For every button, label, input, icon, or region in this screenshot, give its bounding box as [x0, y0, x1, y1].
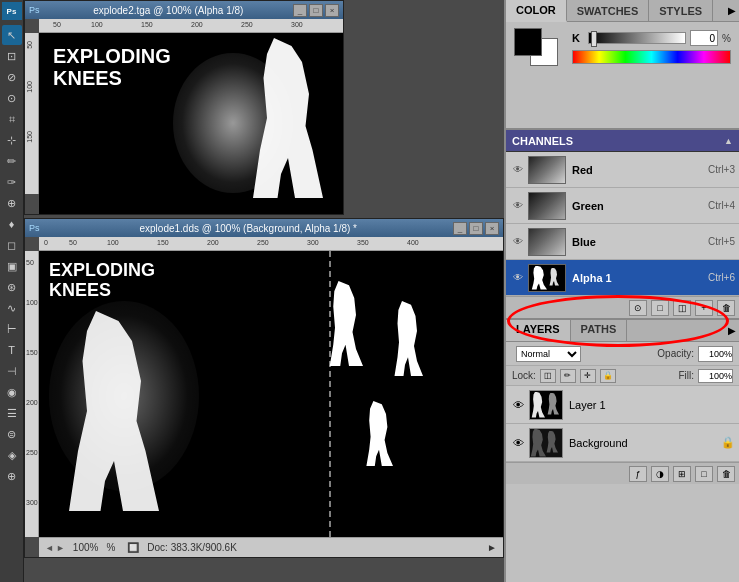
lock-all-btn[interactable]: 🔒 — [600, 369, 616, 383]
lock-pixels-btn[interactable]: ✏ — [560, 369, 576, 383]
tab-styles[interactable]: STYLES — [649, 0, 713, 21]
nav-arrow-right[interactable]: ► — [487, 542, 497, 553]
tool-type[interactable]: T — [2, 340, 22, 360]
layer-row-layer1[interactable]: 👁 Layer 1 — [506, 386, 739, 424]
channel-load-selection-btn[interactable]: ◫ — [673, 300, 691, 316]
tool-blur[interactable]: ⊛ — [2, 277, 22, 297]
tab-paths[interactable]: PATHS — [571, 320, 628, 341]
titlebar-ps-icon2: Ps — [29, 223, 40, 233]
channel-eye-red[interactable]: 👁 — [510, 162, 526, 178]
tool-history[interactable]: ♦ — [2, 214, 22, 234]
color-content: K % — [506, 22, 739, 74]
tool-hand[interactable]: ◈ — [2, 445, 22, 465]
tool-pen[interactable]: ⊢ — [2, 319, 22, 339]
fill-input[interactable] — [698, 369, 733, 383]
lock-position-btn[interactable]: ✛ — [580, 369, 596, 383]
layer-eye-background[interactable]: 👁 — [510, 435, 526, 451]
channel-thumb-blue — [528, 228, 566, 256]
channels-panel: CHANNELS ▲ 👁 Red Ctrl+3 👁 Green Ctrl+4 👁 — [506, 130, 739, 320]
lock-label: Lock: — [512, 370, 536, 381]
color-spectrum-bar[interactable] — [572, 50, 731, 64]
titlebar-buttons-top: _ □ × — [293, 4, 339, 17]
opacity-label: Opacity: — [657, 348, 694, 359]
color-panel-menu-btn[interactable]: ▶ — [725, 0, 739, 21]
ruler-horizontal-top: 50 100 150 200 250 300 — [39, 19, 343, 33]
lock-transparent-btn[interactable]: ◫ — [540, 369, 556, 383]
tool-slice[interactable]: ⊹ — [2, 130, 22, 150]
zoom-percent: 100% — [73, 542, 99, 553]
channel-shortcut-blue: Ctrl+5 — [708, 236, 735, 247]
ruler-horizontal-bottom: 0 50 100 150 200 250 300 350 400 — [39, 237, 503, 251]
blend-mode-select[interactable]: Normal — [516, 346, 581, 362]
tool-path[interactable]: ⊣ — [2, 361, 22, 381]
color-panel: COLOR SWATCHES STYLES ▶ K — [506, 0, 739, 130]
color-slider-row-k: K % — [572, 30, 731, 46]
tool-move[interactable]: ↖ — [2, 25, 22, 45]
restore-btn-top[interactable]: □ — [309, 4, 323, 17]
tool-crop[interactable]: ⌗ — [2, 109, 22, 129]
restore-btn-bottom[interactable]: □ — [469, 222, 483, 235]
tool-clone[interactable]: ⊕ — [2, 193, 22, 213]
channel-save-selection-btn[interactable]: □ — [651, 300, 669, 316]
close-btn-bottom[interactable]: × — [485, 222, 499, 235]
layer-mask-btn[interactable]: ◑ — [651, 466, 669, 482]
tool-eyedropper[interactable]: ⊜ — [2, 424, 22, 444]
channel-new-btn[interactable]: + — [695, 300, 713, 316]
titlebar-ps-icon: Ps — [29, 5, 40, 15]
channel-eye-alpha1[interactable]: 👁 — [510, 270, 526, 286]
color-k-slider-thumb[interactable] — [591, 31, 597, 47]
tool-magic-wand[interactable]: ⊙ — [2, 88, 22, 108]
tool-dodge[interactable]: ∿ — [2, 298, 22, 318]
tool-marquee[interactable]: ⊡ — [2, 46, 22, 66]
channel-row-alpha1[interactable]: 👁 Alpha 1 Ctrl+6 — [506, 260, 739, 296]
tool-eraser[interactable]: ◻ — [2, 235, 22, 255]
tab-color[interactable]: COLOR — [506, 0, 567, 22]
channel-row-red[interactable]: 👁 Red Ctrl+3 — [506, 152, 739, 188]
opacity-input[interactable] — [698, 346, 733, 362]
zoom-arrows[interactable]: ◄► — [45, 543, 65, 553]
channel-dotted-circle-btn[interactable]: ⊙ — [629, 300, 647, 316]
tool-brush[interactable]: ✑ — [2, 172, 22, 192]
layer-eye-layer1[interactable]: 👁 — [510, 397, 526, 413]
layers-panel-menu-btn[interactable]: ▶ — [725, 320, 739, 341]
layer-row-background[interactable]: 👁 Background 🔒 — [506, 424, 739, 462]
fill-label: Fill: — [678, 370, 694, 381]
tool-notes[interactable]: ☰ — [2, 403, 22, 423]
titlebar-buttons-bottom: _ □ × — [453, 222, 499, 235]
minimize-btn-bottom[interactable]: _ — [453, 222, 467, 235]
channel-row-green[interactable]: 👁 Green Ctrl+4 — [506, 188, 739, 224]
color-swatches-fg-bg[interactable] — [514, 28, 564, 68]
layer-delete-btn[interactable]: 🗑 — [717, 466, 735, 482]
channels-scroll-up[interactable]: ▲ — [724, 136, 733, 146]
color-percent-sign: % — [722, 33, 731, 44]
ps-icon-statusbar: 🔲 — [127, 542, 139, 553]
titlebar-explode2[interactable]: Ps explode2.tga @ 100% (Alpha 1/8) _ □ × — [25, 1, 343, 19]
canvas-title-top: EXPLODING KNEES — [53, 45, 171, 89]
color-k-slider[interactable] — [588, 32, 686, 44]
layer-group-btn[interactable]: ⊞ — [673, 466, 691, 482]
channel-eye-green[interactable]: 👁 — [510, 198, 526, 214]
canvas-text-line2-bottom: KNEES — [49, 281, 155, 301]
channel-eye-blue[interactable]: 👁 — [510, 234, 526, 250]
close-btn-top[interactable]: × — [325, 4, 339, 17]
color-fg-swatch[interactable] — [514, 28, 542, 56]
tool-zoom[interactable]: ⊕ — [2, 466, 22, 486]
minimize-btn-top[interactable]: _ — [293, 4, 307, 17]
tool-lasso[interactable]: ⊘ — [2, 67, 22, 87]
layers-footer: ƒ ◑ ⊞ □ 🗑 — [506, 462, 739, 484]
tool-shape[interactable]: ◉ — [2, 382, 22, 402]
titlebar-explode1[interactable]: Ps explode1.dds @ 100% (Background, Alph… — [25, 219, 503, 237]
window-title-explode2: explode2.tga @ 100% (Alpha 1/8) — [93, 5, 243, 16]
tab-layers[interactable]: LAYERS — [506, 320, 571, 341]
tool-healing[interactable]: ✏ — [2, 151, 22, 171]
canvas-text-line1-top: EXPLODING — [53, 45, 171, 67]
window-title-explode1: explode1.dds @ 100% (Background, Alpha 1… — [140, 223, 358, 234]
color-value-input[interactable] — [690, 30, 718, 46]
tab-swatches[interactable]: SWATCHES — [567, 0, 650, 21]
layer-new-btn[interactable]: □ — [695, 466, 713, 482]
channel-delete-btn[interactable]: 🗑 — [717, 300, 735, 316]
tool-gradient[interactable]: ▣ — [2, 256, 22, 276]
channel-thumb-red — [528, 156, 566, 184]
channel-row-blue[interactable]: 👁 Blue Ctrl+5 — [506, 224, 739, 260]
layer-style-btn[interactable]: ƒ — [629, 466, 647, 482]
